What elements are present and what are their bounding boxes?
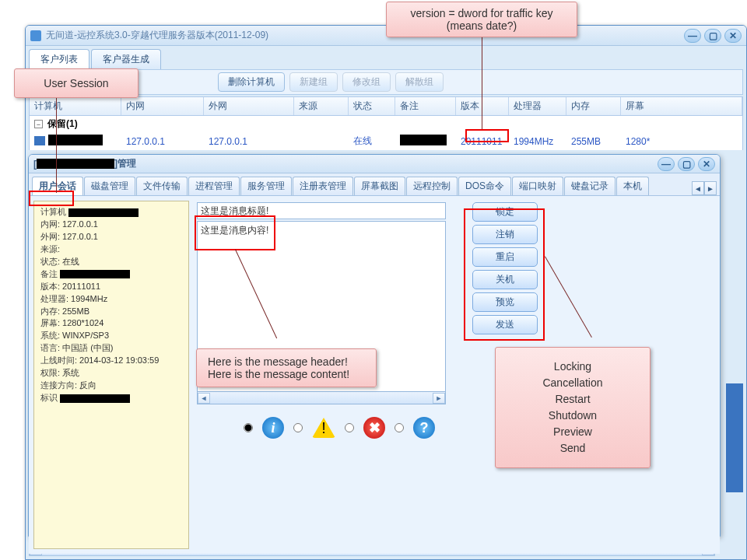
col-screen[interactable]: 屏幕 [621,97,742,115]
annotation-msg-translate: Here is the message header! Here is the … [196,348,377,387]
maximize-button[interactable]: ▢ [704,29,721,43]
annotation-text: Restart [503,391,642,408]
cell-screen: 1280* [621,135,742,149]
info-label: 屏幕 [40,318,58,327]
sub-close-button[interactable]: ✕ [698,157,715,171]
error-icon: ✖ [363,417,385,439]
info-label: 处理器 [40,294,66,303]
tabs-scroll-left-icon[interactable]: ◄ [692,181,704,195]
tab-user-session[interactable]: 用户会话 [32,177,83,195]
cell-status: 在线 [349,133,395,149]
radio-warn[interactable] [293,423,303,432]
radio-error[interactable] [345,423,354,432]
tab-keylog[interactable]: 键盘记录 [564,177,615,195]
tree-group-row[interactable]: − 保留(1) [30,116,742,132]
help-icon: ? [413,417,435,439]
annotation-line [482,34,482,129]
scroll-left-icon[interactable]: ◄ [198,393,210,404]
info-label: 标识 [40,393,58,402]
cell-extranet: 127.0.0.1 [204,135,294,149]
tab-process-mgmt[interactable]: 进程管理 [188,177,240,195]
info-label: 版本 [40,282,58,291]
annotation-actions-translate: Locking Cancellation Restart Shutdown Pr… [495,347,651,468]
shutdown-button[interactable]: 关机 [472,270,538,289]
col-memory[interactable]: 内存 [566,97,621,115]
tab-remote-control[interactable]: 远程控制 [406,177,458,195]
tab-dos-cmd[interactable]: DOS命令 [458,177,511,195]
send-button[interactable]: 发送 [472,315,538,334]
annotation-version: version = dword for traffic key (means d… [386,2,577,37]
col-extranet[interactable]: 外网 [204,97,294,115]
annotation-text: Here is the message content! [208,368,365,380]
radio-info[interactable] [244,423,253,432]
modify-group-button[interactable]: 修改组 [342,72,391,92]
tab-local[interactable]: 本机 [616,177,649,195]
info-label: 权限 [40,368,58,377]
tabs-scroll-right-icon[interactable]: ► [704,181,717,195]
redacted [60,394,130,403]
tab-registry-mgmt[interactable]: 注册表管理 [293,177,353,195]
right-strip [726,383,743,492]
info-label: 内网 [40,219,58,229]
col-cpu[interactable]: 处理器 [509,97,566,115]
action-buttons: 锁定 注销 重启 关机 预览 发送 [472,202,538,334]
window-title: 无间道-远控系统3.0-穿越代理服务器版本(2011-12-09) [46,29,684,42]
sub-minimize-button[interactable]: — [658,157,675,171]
info-label: 状态 [40,257,58,266]
app-icon [30,30,41,41]
message-scrollbar[interactable]: ◄ ► [197,392,446,404]
info-label: 外网 [40,232,58,241]
tree-collapse-icon[interactable]: − [34,120,43,128]
grid-header: 计算机 内网 外网 来源 状态 备注 版本 处理器 内存 屏幕 [29,96,743,116]
info-value: : 中国語 (中国) [58,343,114,352]
annotation-text: Preview [503,424,642,440]
info-value: : WINXP/SP3 [58,331,109,340]
info-pane: 计算机 内网: 127.0.0.1 外网: 127.0.0.1 来源: 状态: … [33,201,189,549]
info-value: : 在线 [58,257,79,266]
radio-help[interactable] [395,423,404,432]
message-header-input[interactable] [197,202,446,219]
tab-disk-mgmt[interactable]: 磁盘管理 [84,177,135,195]
minimize-button[interactable]: — [684,29,701,43]
col-version[interactable]: 版本 [456,97,509,115]
annotation-line [56,95,57,193]
tab-service-mgmt[interactable]: 服务管理 [240,177,292,195]
tab-client-gen[interactable]: 客户器生成 [91,49,161,69]
new-group-button[interactable]: 新建组 [289,72,338,92]
tab-screenshot[interactable]: 屏幕截图 [354,177,405,195]
cell-intranet: 127.0.0.1 [121,135,204,149]
col-computer[interactable]: 计算机 [30,97,121,115]
annotation-text: (means date?) [398,19,566,32]
info-value: : [58,244,60,254]
lock-button[interactable]: 锁定 [472,202,538,222]
tab-file-transfer[interactable]: 文件传输 [136,177,188,195]
info-icon: i [262,417,284,439]
annotation-text: Send [503,440,642,457]
tab-port-map[interactable]: 端口映射 [512,177,563,195]
message-body-text: 这里是消息内容! [201,225,268,236]
sub-title-suffix: ]管理 [114,157,136,170]
tab-client-list[interactable]: 客户列表 [29,49,89,69]
info-label: 备注 [40,269,58,278]
sub-maximize-button[interactable]: ▢ [678,157,695,171]
col-source[interactable]: 来源 [294,97,349,115]
info-label: 上线时间 [40,355,75,365]
redacted [68,208,139,217]
dissolve-group-button[interactable]: 解散组 [395,72,444,92]
info-label: 系统 [40,331,58,340]
scroll-right-icon[interactable]: ► [433,393,445,404]
logout-button[interactable]: 注销 [472,225,538,244]
sub-titlebar: [ ]管理 — ▢ ✕ [29,155,720,173]
main-tabs: 客户列表 客户器生成 [29,49,746,69]
table-row[interactable]: 127.0.0.1 127.0.0.1 在线 20111011 1994MHz … [30,132,742,150]
col-status[interactable]: 状态 [349,97,395,115]
col-remark[interactable]: 备注 [395,97,456,115]
col-intranet[interactable]: 内网 [121,97,204,115]
info-value: : 127.0.0.1 [58,219,98,229]
restart-button[interactable]: 重启 [472,247,538,267]
annotation-text: Shutdown [503,408,642,424]
info-label: 语言 [40,343,58,352]
preview-button[interactable]: 预览 [472,292,538,312]
delete-pc-button[interactable]: 删除计算机 [218,72,285,92]
close-button[interactable]: ✕ [724,29,742,43]
